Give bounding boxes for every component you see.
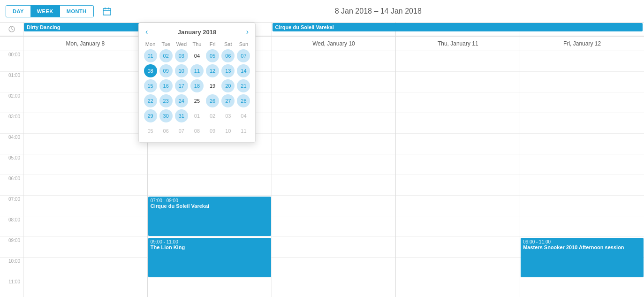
cal-day-cell[interactable]: 31 <box>174 108 189 123</box>
cal-day-cell[interactable]: 06 <box>220 48 236 63</box>
cal-day-cell[interactable]: 11 <box>189 63 205 78</box>
timed-event[interactable]: 09:00 - 11:00The Lion King <box>148 238 271 277</box>
cal-day-cell[interactable]: 03 <box>220 108 236 123</box>
cal-day-cell[interactable]: 11 <box>236 123 251 138</box>
cal-day-cell[interactable]: 19 <box>205 78 220 93</box>
day-cell[interactable] <box>23 196 147 216</box>
cal-day-cell[interactable]: 01 <box>143 48 158 63</box>
timed-event[interactable]: 07:00 - 09:00Cirque du Soleil Varekai <box>148 197 271 236</box>
day-cell[interactable] <box>23 216 147 237</box>
cal-day-cell[interactable]: 07 <box>174 123 189 138</box>
day-cell[interactable] <box>520 196 644 216</box>
cal-day-cell[interactable]: 29 <box>143 108 158 123</box>
day-cell[interactable] <box>396 51 520 72</box>
cal-day-cell[interactable]: 09 <box>158 63 174 78</box>
cal-day-cell[interactable]: 09 <box>205 123 220 138</box>
day-cell[interactable] <box>272 278 396 297</box>
day-cell[interactable] <box>23 72 147 92</box>
cal-day-cell[interactable]: 24 <box>174 93 189 108</box>
day-cell[interactable] <box>23 258 147 278</box>
day-cell[interactable] <box>396 72 520 92</box>
prev-month-button[interactable]: ‹ <box>143 27 151 37</box>
day-cell[interactable] <box>272 134 396 154</box>
day-cell[interactable] <box>23 175 147 196</box>
day-cell[interactable] <box>396 92 520 113</box>
cal-day-cell[interactable]: 04 <box>189 48 205 63</box>
cal-day-cell[interactable]: 25 <box>189 93 205 108</box>
day-cell[interactable] <box>272 72 396 92</box>
day-cell[interactable] <box>396 216 520 237</box>
cal-day-cell[interactable]: 20 <box>220 78 236 93</box>
day-cell[interactable] <box>396 237 520 258</box>
week-view-button[interactable]: WEEK <box>30 6 60 17</box>
day-cell[interactable] <box>396 175 520 196</box>
day-cell[interactable] <box>272 258 396 278</box>
cal-day-cell[interactable]: 21 <box>236 78 251 93</box>
allday-event[interactable]: Dirty Dancing <box>24 23 147 31</box>
cal-day-cell[interactable]: 06 <box>158 123 174 138</box>
cal-day-cell[interactable]: 23 <box>158 93 174 108</box>
cal-day-cell[interactable]: 07 <box>236 48 251 63</box>
cal-day-cell[interactable]: 15 <box>143 78 158 93</box>
cal-day-cell[interactable]: 30 <box>158 108 174 123</box>
cal-day-cell[interactable]: 01 <box>189 108 205 123</box>
cal-day-cell[interactable]: 10 <box>174 63 189 78</box>
timed-event[interactable]: 09:00 - 11:00Masters Snooker 2010 Aftern… <box>521 238 644 277</box>
day-cell[interactable] <box>396 196 520 216</box>
day-cell[interactable] <box>520 113 644 134</box>
cal-day-cell[interactable]: 18 <box>189 78 205 93</box>
day-cell[interactable] <box>23 92 147 113</box>
cal-day-cell[interactable]: 10 <box>220 123 236 138</box>
day-cell[interactable] <box>23 278 147 297</box>
day-cell[interactable] <box>396 258 520 278</box>
day-view-button[interactable]: DAY <box>6 6 30 17</box>
cal-day-cell[interactable]: 02 <box>158 48 174 63</box>
day-cell[interactable] <box>23 154 147 175</box>
day-cell[interactable] <box>23 51 147 72</box>
day-cell[interactable] <box>148 175 272 196</box>
allday-event[interactable]: Cirque du Soleil Varekai <box>273 23 643 31</box>
day-cell[interactable] <box>23 134 147 154</box>
cal-day-cell[interactable]: 02 <box>205 108 220 123</box>
day-cell[interactable] <box>520 92 644 113</box>
cal-day-cell[interactable]: 08 <box>189 123 205 138</box>
day-cell[interactable] <box>520 216 644 237</box>
day-cell[interactable] <box>520 278 644 297</box>
month-view-button[interactable]: MONTH <box>60 6 93 17</box>
day-cell[interactable] <box>396 134 520 154</box>
day-cell[interactable] <box>23 237 147 258</box>
day-cell[interactable] <box>272 237 396 258</box>
cal-day-cell[interactable]: 05 <box>205 48 220 63</box>
cal-day-cell[interactable]: 26 <box>205 93 220 108</box>
day-cell[interactable] <box>396 278 520 297</box>
day-cell[interactable] <box>148 154 272 175</box>
day-cell[interactable] <box>520 175 644 196</box>
calendar-icon-button[interactable] <box>99 4 114 19</box>
day-cell[interactable] <box>520 154 644 175</box>
cal-day-cell[interactable]: 16 <box>158 78 174 93</box>
day-cell[interactable] <box>520 134 644 154</box>
cal-day-cell[interactable]: 13 <box>220 63 236 78</box>
day-cell[interactable] <box>272 92 396 113</box>
day-cell[interactable] <box>396 113 520 134</box>
cal-day-cell[interactable]: 12 <box>205 63 220 78</box>
day-cell[interactable] <box>23 113 147 134</box>
day-cell[interactable] <box>272 154 396 175</box>
cal-day-cell[interactable]: 28 <box>236 93 251 108</box>
cal-day-cell[interactable]: 14 <box>236 63 251 78</box>
cal-day-cell[interactable]: 08 <box>143 63 158 78</box>
day-cell[interactable] <box>272 196 396 216</box>
next-month-button[interactable]: › <box>243 27 251 37</box>
cal-day-cell[interactable]: 04 <box>236 108 251 123</box>
day-cell[interactable] <box>396 154 520 175</box>
day-cell[interactable] <box>148 278 272 297</box>
day-cell[interactable] <box>272 51 396 72</box>
day-cell[interactable] <box>272 216 396 237</box>
day-cell[interactable] <box>520 51 644 72</box>
cal-day-cell[interactable]: 05 <box>143 123 158 138</box>
day-cell[interactable] <box>520 72 644 92</box>
day-cell[interactable] <box>272 113 396 134</box>
cal-day-cell[interactable]: 22 <box>143 93 158 108</box>
cal-day-cell[interactable]: 03 <box>174 48 189 63</box>
cal-day-cell[interactable]: 17 <box>174 78 189 93</box>
